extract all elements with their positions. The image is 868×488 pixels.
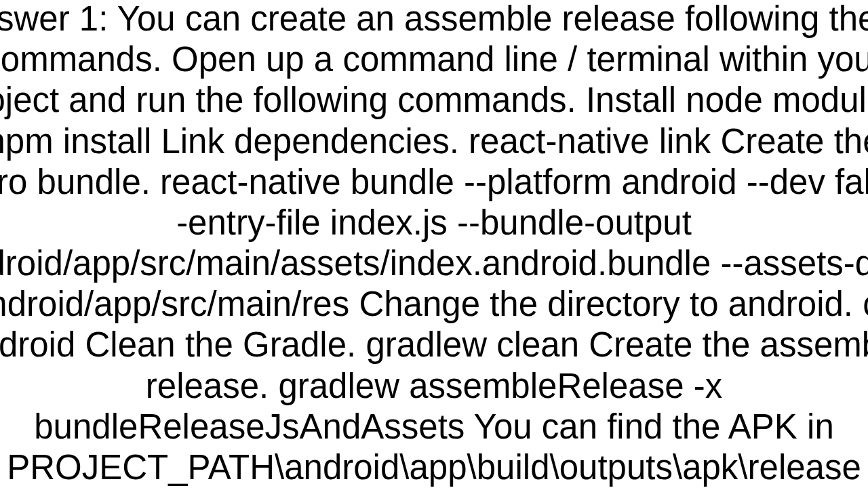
document-body-text: Answer 1: You can create an assemble rel… (0, 0, 868, 488)
